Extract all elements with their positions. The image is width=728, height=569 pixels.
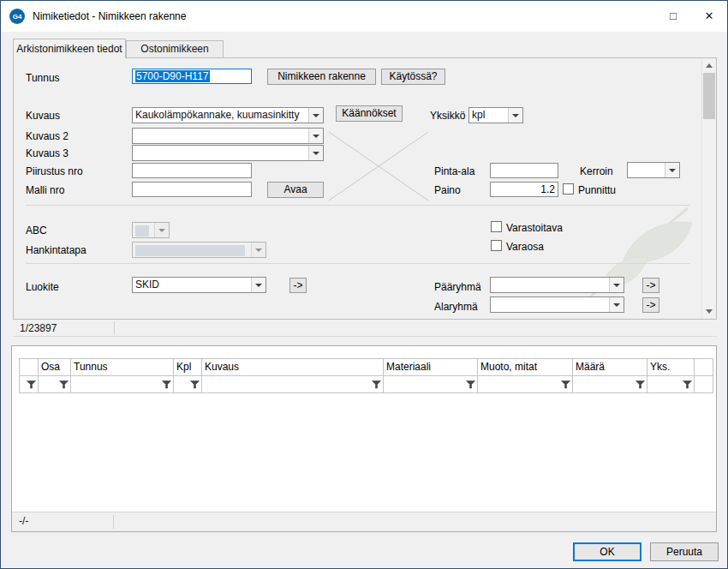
nimikkeen-rakenne-button[interactable]: Nimikkeen rakenne	[267, 69, 376, 85]
malli-nro-input[interactable]	[132, 182, 252, 197]
column-header-muoto-mitat[interactable]: Muoto, mitat	[478, 359, 573, 376]
chevron-down-icon[interactable]	[308, 108, 323, 123]
pinta-ala-label: Pinta-ala	[434, 165, 474, 177]
chevron-down-icon[interactable]	[508, 108, 522, 123]
column-header-kuvaus[interactable]: Kuvaus	[202, 359, 384, 376]
filter-funnel-icon[interactable]	[162, 380, 171, 389]
paaryhma-combobox[interactable]	[490, 277, 624, 293]
luokite-arrow-button[interactable]: ->	[289, 278, 307, 293]
filter-funnel-icon[interactable]	[27, 380, 36, 389]
piirustus-nro-input[interactable]	[132, 163, 252, 178]
filter-cell[interactable]	[174, 376, 202, 393]
hankintatapa-combobox[interactable]	[132, 242, 266, 258]
tab-arkistonimikkeen-tiedot[interactable]: Arkistonimikkeen tiedot	[13, 39, 126, 58]
kerroin-value	[628, 163, 665, 177]
filter-cell[interactable]	[384, 376, 478, 393]
chevron-down-icon[interactable]	[154, 223, 169, 237]
punnittu-label: Punnittu	[578, 184, 616, 196]
chevron-down-icon[interactable]	[609, 297, 624, 312]
pinta-ala-input[interactable]	[490, 163, 558, 178]
ok-button[interactable]: OK	[573, 542, 641, 561]
chevron-down-icon[interactable]	[308, 129, 323, 143]
varaosa-checkbox[interactable]	[491, 240, 502, 251]
paaryhma-arrow-button[interactable]: ->	[642, 278, 659, 293]
grid-row-count: -/-	[12, 515, 28, 527]
structure-grid-panel: Osa Tunnus Kpl Kuvaus Materiaali Muoto, …	[11, 345, 717, 532]
alaryhma-arrow-button[interactable]: ->	[642, 297, 659, 313]
hankintatapa-label: Hankintatapa	[26, 244, 87, 256]
column-header-filler	[695, 359, 713, 376]
chevron-down-icon[interactable]	[251, 278, 266, 292]
luokite-label: Luokite	[26, 281, 59, 293]
tunnus-input[interactable]: 5700-D90-H117	[132, 69, 252, 84]
filter-cell[interactable]	[39, 376, 71, 393]
column-header-maara[interactable]: Määrä	[573, 359, 647, 376]
scroll-up-icon[interactable]	[702, 58, 716, 73]
filter-cell[interactable]	[573, 376, 647, 393]
kuvaus2-value	[133, 129, 308, 143]
column-header-osa[interactable]: Osa	[39, 359, 71, 376]
paaryhma-label: Pääryhmä	[434, 281, 481, 293]
record-count: 1/23897	[13, 322, 57, 334]
grid-filter-row	[20, 376, 713, 393]
scroll-down-icon[interactable]	[702, 304, 716, 319]
kaytossa-button[interactable]: Käytössä?	[381, 69, 445, 85]
alaryhma-combobox[interactable]	[490, 296, 624, 313]
grid-status-bar: -/-	[12, 512, 716, 531]
maximize-button[interactable]: □	[655, 1, 691, 30]
kuvaus3-value	[133, 146, 308, 160]
column-header-rowselector[interactable]	[20, 359, 39, 376]
filter-cell[interactable]	[20, 376, 39, 393]
luokite-value: SKID	[133, 278, 251, 292]
divider	[26, 263, 690, 264]
punnittu-checkbox[interactable]	[563, 183, 574, 195]
scrollbar-thumb[interactable]	[703, 73, 715, 119]
column-header-materiaali[interactable]: Materiaali	[384, 359, 478, 376]
chevron-down-icon[interactable]	[609, 278, 624, 292]
filter-cell[interactable]	[478, 376, 573, 393]
piirustus-nro-label: Piirustus nro	[26, 165, 83, 177]
column-header-tunnus[interactable]: Tunnus	[71, 359, 174, 376]
hankintatapa-value	[133, 243, 251, 257]
varastoitava-checkbox[interactable]	[491, 221, 502, 232]
column-header-yks[interactable]: Yks.	[647, 359, 695, 376]
filter-funnel-icon[interactable]	[372, 380, 381, 389]
filter-funnel-icon[interactable]	[561, 380, 570, 389]
avaa-button[interactable]: Avaa	[267, 182, 324, 198]
watermark-leaf	[572, 195, 701, 311]
kuvaus-combobox[interactable]: Kaukolämpökannake, kuumasinkitty	[132, 107, 324, 123]
chevron-down-icon[interactable]	[251, 243, 266, 257]
decorative-cross-lines	[327, 130, 430, 202]
yksikko-combobox[interactable]: kpl	[468, 107, 523, 123]
chevron-down-icon[interactable]	[308, 146, 323, 160]
filter-cell[interactable]	[71, 376, 174, 393]
chevron-down-icon[interactable]	[665, 163, 679, 177]
filter-funnel-icon[interactable]	[683, 380, 692, 389]
filter-funnel-icon[interactable]	[466, 380, 475, 389]
kaannokset-button[interactable]: Käännökset	[336, 105, 403, 122]
form-panel: Tunnus 5700-D90-H117 Nimikkeen rakenne K…	[13, 57, 717, 320]
filter-funnel-icon[interactable]	[59, 380, 69, 389]
kerroin-combobox[interactable]	[627, 162, 680, 178]
filter-cell[interactable]	[202, 376, 384, 393]
varaosa-label: Varaosa	[506, 241, 544, 253]
column-header-kpl[interactable]: Kpl	[174, 359, 202, 376]
luokite-combobox[interactable]: SKID	[132, 277, 266, 293]
yksikko-label: Yksikkö	[430, 110, 465, 122]
tab-ostonimikkeen-tiedot[interactable]: Ostonimikkeen tiedot	[126, 40, 224, 57]
kuvaus2-combobox[interactable]	[132, 128, 324, 144]
alaryhma-value	[491, 297, 609, 312]
filter-funnel-icon[interactable]	[636, 380, 645, 389]
cancel-button[interactable]: Peruuta	[650, 542, 719, 561]
paino-input[interactable]	[490, 182, 558, 197]
scrollbar-vertical[interactable]	[701, 58, 716, 319]
window-controls: □ ✕	[655, 1, 727, 32]
paaryhma-value	[491, 278, 609, 292]
filter-cell[interactable]	[647, 376, 695, 393]
abc-value	[133, 223, 154, 237]
close-button[interactable]: ✕	[691, 1, 727, 30]
abc-combobox[interactable]	[132, 222, 170, 238]
title-bar: G4 Nimiketiedot - Nimikkeen rakenne □ ✕	[1, 1, 727, 32]
filter-funnel-icon[interactable]	[190, 380, 200, 389]
kuvaus3-combobox[interactable]	[132, 145, 324, 161]
